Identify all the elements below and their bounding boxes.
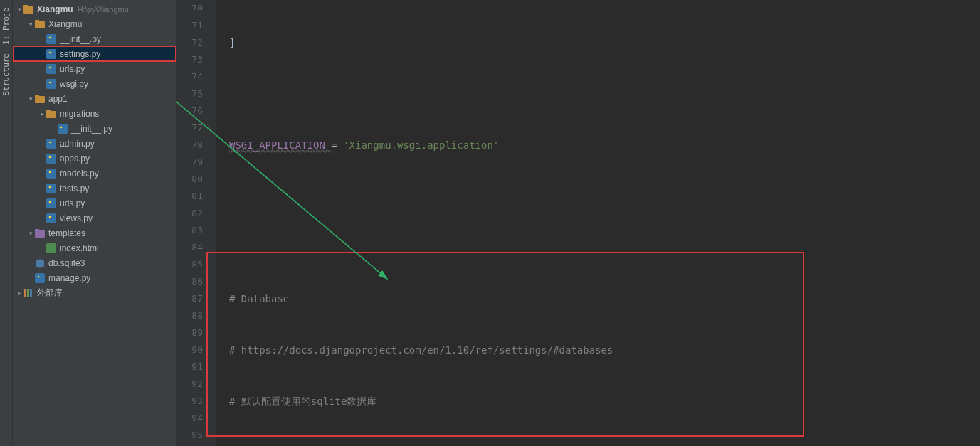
svg-point-35 xyxy=(36,264,44,267)
svg-rect-26 xyxy=(46,198,56,208)
python-file-icon xyxy=(46,213,57,224)
svg-rect-1 xyxy=(23,5,28,7)
svg-point-9 xyxy=(49,66,51,68)
tree-file[interactable]: views.py xyxy=(13,211,176,225)
svg-rect-32 xyxy=(46,243,56,253)
folder-icon xyxy=(46,108,57,120)
chevron-down-icon: ▾ xyxy=(16,6,23,13)
svg-rect-8 xyxy=(46,64,56,74)
library-icon xyxy=(23,287,34,299)
tree-file[interactable]: apps.py xyxy=(13,151,176,166)
tree-file[interactable]: db.sqlite3 xyxy=(13,255,176,270)
svg-rect-4 xyxy=(46,34,56,44)
svg-point-17 xyxy=(60,126,63,128)
tree-file[interactable]: tests.py xyxy=(13,181,176,196)
svg-rect-2 xyxy=(35,21,45,28)
svg-rect-24 xyxy=(46,184,56,193)
svg-rect-30 xyxy=(35,230,45,238)
svg-point-19 xyxy=(49,141,51,143)
folder-icon xyxy=(34,228,46,239)
svg-point-21 xyxy=(49,156,51,158)
tree-folder[interactable]: ▾ Xiangmu xyxy=(13,16,176,31)
folder-icon xyxy=(23,4,34,15)
svg-rect-13 xyxy=(35,95,39,97)
svg-point-23 xyxy=(49,171,51,173)
tool-window-stripe: 1: Proje Structure xyxy=(0,0,13,446)
python-file-icon xyxy=(46,63,57,75)
tree-file[interactable]: models.py xyxy=(13,166,176,181)
chevron-down-icon: ▾ xyxy=(27,95,34,102)
tree-folder[interactable]: ▾ templates xyxy=(13,225,176,240)
svg-point-37 xyxy=(38,275,40,277)
python-file-icon xyxy=(46,168,57,179)
tree-folder[interactable]: ▸ migrations xyxy=(13,106,176,121)
svg-rect-0 xyxy=(23,6,33,14)
chevron-down-icon: ▾ xyxy=(27,230,34,237)
svg-rect-20 xyxy=(46,154,56,164)
html-file-icon xyxy=(46,243,57,254)
svg-rect-38 xyxy=(24,289,26,297)
svg-rect-6 xyxy=(46,49,56,59)
project-tree[interactable]: ▾ Xiangmu H:\py\Xiangmu ▾ Xiangmu __init… xyxy=(13,0,176,446)
folder-icon xyxy=(34,93,46,105)
svg-point-29 xyxy=(49,216,51,218)
svg-rect-39 xyxy=(27,289,29,297)
database-file-icon xyxy=(34,257,46,269)
python-file-icon xyxy=(46,153,57,164)
chevron-right-icon: ▸ xyxy=(38,110,46,117)
gutter: 7071727374757677787980818283848586878889… xyxy=(176,0,216,446)
python-file-icon xyxy=(46,138,57,149)
chevron-right-icon: ▸ xyxy=(16,290,23,297)
tree-folder[interactable]: ▾ app1 xyxy=(13,91,176,106)
tree-folder-label: Xiangmu xyxy=(48,19,82,29)
external-libraries[interactable]: ▸ 外部库 xyxy=(13,285,176,300)
svg-rect-16 xyxy=(58,124,68,134)
svg-point-27 xyxy=(49,201,51,203)
project-tool-tab[interactable]: 1: Proje xyxy=(1,3,11,49)
structure-tool-tab[interactable]: Structure xyxy=(1,49,11,100)
svg-rect-18 xyxy=(46,139,56,149)
svg-rect-3 xyxy=(35,20,39,22)
settings-py-file[interactable]: settings.py xyxy=(13,46,176,61)
python-file-icon xyxy=(57,123,68,134)
python-file-icon xyxy=(46,78,57,90)
project-root-label: Xiangmu xyxy=(37,4,73,14)
tree-file[interactable]: urls.py xyxy=(13,61,176,76)
svg-rect-10 xyxy=(46,79,56,89)
svg-rect-15 xyxy=(46,110,51,112)
python-file-icon xyxy=(46,33,57,45)
svg-rect-12 xyxy=(35,96,45,103)
svg-point-25 xyxy=(49,186,51,188)
tree-file[interactable]: wsgi.py xyxy=(13,76,176,91)
code-token: WSGI_APPLICATION xyxy=(229,139,331,151)
tree-file[interactable]: manage.py xyxy=(13,270,176,285)
chevron-down-icon: ▾ xyxy=(27,21,34,28)
python-file-icon xyxy=(46,48,57,60)
python-file-icon xyxy=(34,272,46,284)
tree-file[interactable]: admin.py xyxy=(13,136,176,151)
svg-rect-31 xyxy=(35,229,39,231)
tree-file[interactable]: __init__.py xyxy=(13,121,176,136)
tree-file[interactable]: __init__.py xyxy=(13,31,176,46)
svg-rect-28 xyxy=(46,213,56,223)
tree-file[interactable]: urls.py xyxy=(13,196,176,211)
svg-rect-14 xyxy=(46,111,56,118)
code-editor[interactable]: 7071727374757677787980818283848586878889… xyxy=(176,0,980,446)
svg-rect-36 xyxy=(35,273,45,283)
svg-point-5 xyxy=(49,36,51,38)
svg-point-7 xyxy=(49,51,51,53)
python-file-icon xyxy=(46,183,57,194)
svg-point-11 xyxy=(49,81,51,83)
svg-rect-40 xyxy=(30,289,32,297)
project-root-path: H:\py\Xiangmu xyxy=(78,5,129,14)
project-root[interactable]: ▾ Xiangmu H:\py\Xiangmu xyxy=(13,1,176,16)
python-file-icon xyxy=(46,198,57,209)
folder-icon xyxy=(34,18,46,30)
svg-rect-22 xyxy=(46,169,56,179)
code-line: ] xyxy=(229,37,235,48)
tree-file[interactable]: index.html xyxy=(13,240,176,255)
code-area[interactable]: ] WSGI_APPLICATION = 'Xiangmu.wsgi.appli… xyxy=(216,0,980,446)
